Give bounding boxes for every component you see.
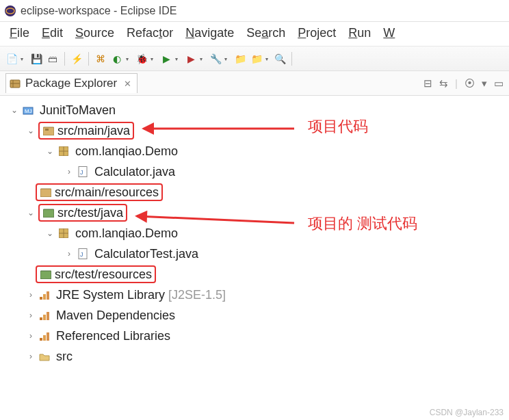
menu-project[interactable]: Project <box>298 26 336 40</box>
jre-label: JRE System Library [J2SE-1.5] <box>56 288 226 302</box>
svg-rect-24 <box>47 291 49 300</box>
maven-label: Maven Dependencies <box>56 309 175 323</box>
library-icon <box>38 330 51 342</box>
src-test-res-label: src/test/resources <box>55 267 152 282</box>
search-button[interactable]: 🔍 <box>272 51 287 66</box>
folder-icon <box>38 350 51 363</box>
package-label: com.lanqiao.Demo <box>75 144 178 159</box>
svg-rect-25 <box>40 317 42 320</box>
svg-rect-28 <box>40 338 42 341</box>
open-type-button[interactable]: ⌘ <box>93 51 108 66</box>
tree-row-src-main-java[interactable]: ⌄ src/main/java <box>3 120 506 141</box>
svg-rect-14 <box>40 189 51 197</box>
coverage-button[interactable]: ◐ <box>109 51 125 66</box>
new-class-button[interactable]: 📁 <box>249 51 264 66</box>
expand-icon[interactable]: ⌄ <box>10 105 19 115</box>
file-label: CalculatorTest.java <box>94 247 198 261</box>
java-file-icon: J <box>77 166 89 178</box>
java-file-icon: J <box>77 248 89 260</box>
test-folder-icon <box>40 268 52 280</box>
tree-row-ref-lib[interactable]: › Referenced Libraries <box>3 326 506 346</box>
menu-navigate[interactable]: Navigate <box>185 26 234 40</box>
collapse-icon[interactable]: › <box>26 290 36 300</box>
project-label: JunitToMaven <box>40 103 116 118</box>
annotation-test-code: 项目的 测试代码 <box>308 213 417 234</box>
package-explorer-tree: ⌄ MJ JunitToMaven ⌄ src/main/java ⌄ com.… <box>0 96 509 371</box>
tree-row-file1[interactable]: › J Calculator.java <box>3 161 506 182</box>
menu-file[interactable]: File <box>10 26 29 40</box>
menu-run[interactable]: Run <box>348 26 371 40</box>
title-bar: eclipse-workspace - Eclipse IDE <box>0 0 509 22</box>
view-menu-icon[interactable]: ▾ <box>482 77 487 90</box>
svg-rect-15 <box>43 209 54 218</box>
menu-source[interactable]: Source <box>75 26 114 40</box>
toolbar-separator <box>291 52 292 66</box>
package-explorer-icon <box>9 77 21 90</box>
toolbar-separator <box>88 52 89 66</box>
new-button[interactable]: 📄 <box>4 51 19 66</box>
collapse-icon[interactable]: › <box>26 352 36 361</box>
expand-icon[interactable]: ⌄ <box>45 228 55 238</box>
source-folder-icon <box>42 124 55 137</box>
debug-button[interactable]: 🐞 <box>134 51 149 66</box>
collapse-icon[interactable]: › <box>26 311 36 320</box>
menu-refactor[interactable]: Refactor <box>127 26 173 40</box>
reflib-label: Referenced Libraries <box>56 329 170 343</box>
tree-row-jre[interactable]: › JRE System Library [J2SE-1.5] <box>3 285 506 305</box>
minimize-icon[interactable]: ▭ <box>494 77 504 90</box>
svg-rect-23 <box>43 294 46 300</box>
new-package-button[interactable]: 📁 <box>233 51 248 66</box>
tree-row-src-test-resources[interactable]: src/test/resources <box>3 264 506 285</box>
run-last-button[interactable]: ▶ <box>183 51 198 66</box>
menu-bar: File Edit Source Refactor Navigate Searc… <box>0 22 509 47</box>
tree-row-src-main-resources[interactable]: src/main/resources <box>3 182 506 202</box>
window-title: eclipse-workspace - Eclipse IDE <box>21 5 177 17</box>
collapse-icon[interactable]: › <box>64 249 74 259</box>
package-icon <box>57 145 70 157</box>
expand-icon[interactable]: ⌄ <box>26 208 36 218</box>
toolbar-separator <box>64 52 65 66</box>
package-explorer-tab[interactable]: Package Explorer ✕ <box>5 73 138 93</box>
collapse-icon[interactable]: › <box>26 331 36 341</box>
close-tab-icon[interactable]: ✕ <box>124 79 131 89</box>
watermark: CSDN @Jaylan-233 <box>430 408 504 417</box>
svg-text:J: J <box>80 251 83 258</box>
run-button[interactable]: ▶ <box>159 51 174 66</box>
package-explorer-title: Package Explorer <box>25 77 117 90</box>
test-folder-icon <box>42 207 55 219</box>
panel-toolbar: ⊟ ⇆ | ⦿ ▾ ▭ <box>423 77 504 90</box>
tree-row-maven-dep[interactable]: › Maven Dependencies <box>3 305 506 326</box>
tree-row-package2[interactable]: ⌄ com.lanqiao.Demo <box>3 223 506 244</box>
svg-text:J: J <box>80 169 83 176</box>
link-editor-icon[interactable]: ⇆ <box>439 77 448 90</box>
menu-search[interactable]: Search <box>246 26 285 40</box>
expand-icon[interactable]: ⌄ <box>26 126 36 135</box>
save-all-button[interactable]: 🗃 <box>45 51 60 66</box>
svg-text:MJ: MJ <box>25 108 32 114</box>
tree-row-project[interactable]: ⌄ MJ JunitToMaven <box>3 100 506 120</box>
tree-row-src[interactable]: › src <box>3 346 506 367</box>
svg-rect-30 <box>47 332 49 341</box>
external-tools-button[interactable]: 🔧 <box>208 51 223 66</box>
svg-rect-26 <box>43 315 46 320</box>
tree-row-file2[interactable]: › J CalculatorTest.java <box>3 244 506 264</box>
menu-window[interactable]: W <box>383 26 395 40</box>
svg-rect-29 <box>43 335 46 341</box>
focus-icon[interactable]: ⦿ <box>465 77 475 90</box>
src-main-java-label: src/main/java <box>57 124 130 138</box>
src-label: src <box>56 350 73 364</box>
maven-project-icon: MJ <box>22 104 34 116</box>
expand-icon[interactable]: ⌄ <box>45 146 55 156</box>
menu-edit[interactable]: Edit <box>42 26 63 40</box>
annotation-project-code: 项目代码 <box>308 116 368 137</box>
main-toolbar: 📄 💾 🗃 ⚡ ⌘ ◐ 🐞 ▶ ▶ 🔧 📁 📁 🔍 <box>0 47 509 71</box>
svg-rect-22 <box>40 297 42 300</box>
toggle-skip-button[interactable]: ⚡ <box>69 51 84 66</box>
save-button[interactable]: 💾 <box>29 51 44 66</box>
tree-row-src-test-java[interactable]: ⌄ src/test/java <box>3 202 506 223</box>
collapse-icon[interactable]: › <box>64 167 74 176</box>
eclipse-icon <box>4 5 16 17</box>
collapse-all-icon[interactable]: ⊟ <box>423 77 432 90</box>
tree-row-package1[interactable]: ⌄ com.lanqiao.Demo <box>3 141 506 161</box>
svg-rect-27 <box>47 312 49 320</box>
